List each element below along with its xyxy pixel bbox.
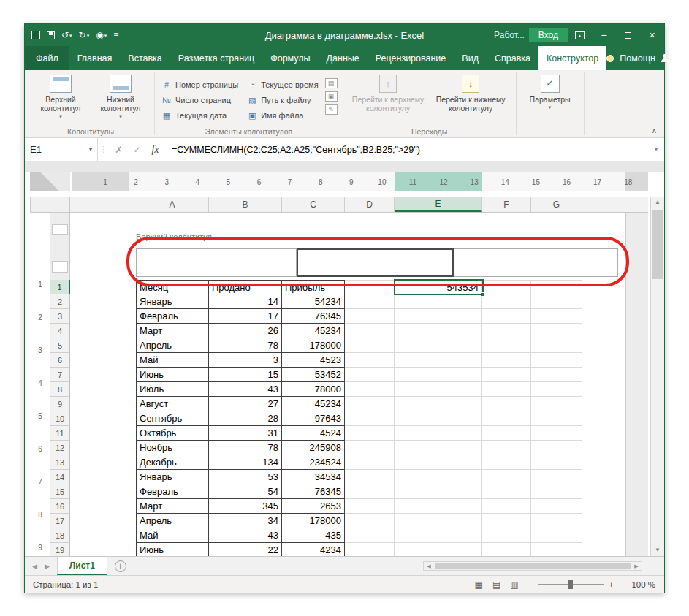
ribbon-tab[interactable]: Справка: [487, 46, 538, 70]
zoom-slider[interactable]: [538, 584, 604, 585]
footer-button[interactable]: Нижний колонтитул ▾: [91, 73, 151, 120]
row-header[interactable]: 18: [50, 528, 70, 543]
cell[interactable]: 76345: [282, 484, 345, 499]
cell[interactable]: [482, 411, 531, 426]
cell[interactable]: [345, 382, 395, 397]
cell[interactable]: [531, 324, 582, 338]
cell[interactable]: [345, 528, 395, 543]
cell[interactable]: [345, 514, 395, 528]
vertical-scrollbar-thumb[interactable]: [652, 210, 663, 279]
cell[interactable]: [531, 309, 582, 324]
cell[interactable]: [482, 426, 531, 441]
cell[interactable]: Февраль: [136, 484, 209, 499]
cell[interactable]: [482, 324, 531, 338]
close-button[interactable]: ×: [640, 24, 664, 46]
cell[interactable]: 178000: [282, 514, 345, 528]
cell[interactable]: [531, 441, 582, 455]
cell[interactable]: [531, 499, 582, 514]
redo-button[interactable]: ↻▾: [79, 31, 90, 39]
cell[interactable]: [395, 411, 482, 426]
cell[interactable]: 78: [209, 441, 282, 455]
cell[interactable]: 234524: [282, 455, 345, 470]
ribbon-tab[interactable]: Формулы: [262, 46, 318, 70]
cell[interactable]: 43: [209, 528, 282, 543]
cell[interactable]: 45234: [282, 397, 345, 411]
column-header[interactable]: C: [282, 197, 345, 212]
cell[interactable]: 27: [209, 397, 282, 411]
row-header[interactable]: 2: [50, 294, 70, 309]
horizontal-scrollbar-thumb[interactable]: [435, 563, 631, 569]
name-box[interactable]: E1 ▾: [25, 138, 98, 161]
page-layout-view-button[interactable]: ▤: [492, 579, 500, 590]
cell[interactable]: 34: [209, 514, 282, 528]
cell[interactable]: 53: [209, 470, 282, 484]
cell[interactable]: [345, 455, 395, 470]
cell[interactable]: 78: [209, 338, 282, 353]
file-tab[interactable]: Файл: [25, 46, 69, 70]
cell[interactable]: 34534: [282, 470, 345, 484]
cell[interactable]: [395, 338, 482, 353]
cell[interactable]: Апрель: [136, 514, 209, 528]
cell[interactable]: [345, 484, 395, 499]
formula-bar-drag-handle[interactable]: ⋮: [98, 138, 110, 161]
cell[interactable]: 43: [209, 382, 282, 397]
cell[interactable]: [531, 353, 582, 368]
cell[interactable]: [482, 499, 531, 514]
ribbon-display-options-button[interactable]: ▴: [568, 24, 592, 46]
cell[interactable]: Март: [136, 499, 209, 514]
cell[interactable]: Апрель: [136, 338, 209, 353]
cell[interactable]: [395, 324, 482, 338]
header-button[interactable]: Верхний колонтитул ▾: [31, 73, 91, 120]
cell[interactable]: 345: [209, 499, 282, 514]
minimize-button[interactable]: −: [592, 24, 616, 46]
cell[interactable]: 54234: [282, 294, 345, 309]
cell[interactable]: [395, 543, 482, 556]
cell[interactable]: [531, 426, 582, 441]
cell[interactable]: [531, 338, 582, 353]
cell[interactable]: Январь: [136, 470, 209, 484]
cell[interactable]: Январь: [136, 294, 209, 309]
cell[interactable]: [531, 397, 582, 411]
cell[interactable]: Декабрь: [136, 455, 209, 470]
cell[interactable]: [482, 528, 531, 543]
hf-element-button[interactable]: #Номер страницы: [159, 77, 241, 92]
cell[interactable]: [345, 470, 395, 484]
cell[interactable]: 435: [282, 528, 345, 543]
sign-in-button[interactable]: Вход: [529, 28, 568, 42]
cell[interactable]: [531, 280, 582, 294]
enter-button[interactable]: ✓: [128, 138, 146, 161]
hf-element-button[interactable]: ▣Имя файла: [244, 107, 321, 123]
scroll-down-arrow[interactable]: ▼: [651, 544, 664, 556]
row-header[interactable]: 3: [50, 309, 70, 324]
cell[interactable]: 134: [209, 455, 282, 470]
maximize-button[interactable]: [616, 24, 640, 46]
cell[interactable]: Июнь: [136, 368, 209, 382]
cell[interactable]: [395, 309, 482, 324]
next-sheet-button[interactable]: ▶: [45, 563, 50, 570]
cell[interactable]: [395, 368, 482, 382]
cell[interactable]: [345, 441, 395, 455]
row-header[interactable]: 16: [50, 499, 70, 514]
cell[interactable]: [482, 470, 531, 484]
cell[interactable]: [345, 499, 395, 514]
scroll-up-arrow[interactable]: ▲: [651, 197, 664, 208]
cell[interactable]: Октябрь: [136, 426, 209, 441]
row-header[interactable]: 14: [50, 470, 70, 484]
column-header[interactable]: G: [531, 197, 582, 212]
cell[interactable]: [395, 353, 482, 368]
cell[interactable]: Июнь: [136, 543, 209, 556]
touch-mode-button[interactable]: ◉▾: [96, 31, 107, 39]
save-button[interactable]: [47, 31, 55, 39]
ribbon-tab[interactable]: Данные: [319, 46, 368, 70]
cell[interactable]: 22: [209, 543, 282, 556]
scroll-right-arrow[interactable]: ▶: [631, 563, 642, 569]
cell[interactable]: [531, 470, 582, 484]
hf-element-button[interactable]: ▨Путь к файлу: [244, 92, 321, 107]
cell[interactable]: 3: [209, 353, 282, 368]
prev-sheet-button[interactable]: ◀: [32, 563, 37, 570]
select-all-corner[interactable]: [30, 197, 70, 213]
cell[interactable]: 97643: [282, 411, 345, 426]
cell[interactable]: [482, 280, 531, 294]
cell[interactable]: [482, 514, 531, 528]
cell[interactable]: [395, 382, 482, 397]
